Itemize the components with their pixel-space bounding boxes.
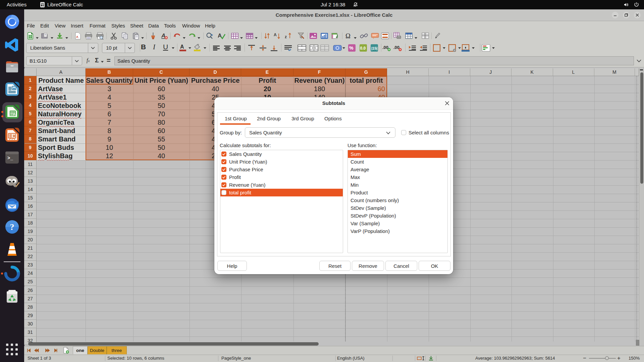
svg-text:A: A bbox=[274, 33, 277, 37]
svg-text:A: A bbox=[76, 35, 78, 39]
svg-text:A: A bbox=[218, 33, 222, 39]
svg-text:A: A bbox=[180, 44, 184, 50]
svg-text:.00: .00 bbox=[393, 45, 399, 50]
svg-text:.00: .00 bbox=[382, 45, 388, 50]
svg-text:?: ? bbox=[10, 222, 14, 232]
svg-text:|15|: |15| bbox=[371, 46, 377, 50]
svg-text:Ω: Ω bbox=[345, 32, 351, 40]
svg-text:%: % bbox=[349, 45, 354, 51]
svg-text:0.0: 0.0 bbox=[360, 46, 366, 51]
svg-text:>_: >_ bbox=[7, 156, 13, 161]
svg-text:z: z bbox=[285, 35, 287, 39]
